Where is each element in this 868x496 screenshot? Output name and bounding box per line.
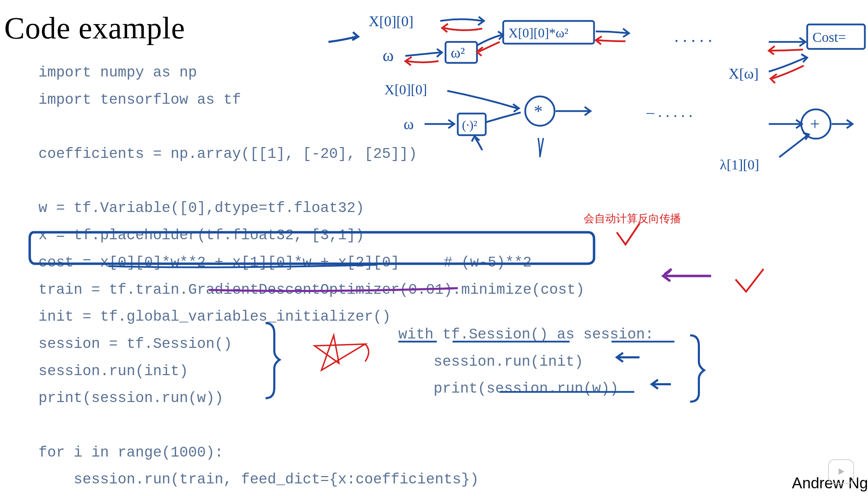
svg-text:Cost=: Cost= [812, 29, 846, 45]
play-button[interactable] [828, 459, 854, 484]
svg-text:– . . . . .: – . . . . . [646, 103, 693, 121]
code-line: print(session.run(w)) [398, 380, 619, 397]
svg-text:ω²: ω² [451, 45, 465, 61]
code-line: session.run(train, feed_dict={x:coeffici… [38, 471, 479, 488]
code-line: print(session.run(w)) [38, 390, 223, 407]
code-line: init = tf.global_variables_initializer() [38, 308, 391, 325]
svg-text:λ[1][0]: λ[1][0] [720, 157, 759, 173]
code-line: w = tf.Variable([0],dtype=tf.float32) [38, 200, 364, 217]
svg-text:X[ω]: X[ω] [729, 66, 759, 82]
code-line: x = tf.placeholder(tf.float32, [3,1]) [38, 227, 364, 244]
alt-code-listing: with tf.Session() as session: session.ru… [398, 321, 654, 403]
code-line: session.run(init) [398, 353, 583, 370]
slide-title: Code example [4, 10, 185, 46]
svg-rect-7 [807, 24, 865, 49]
play-icon [836, 467, 846, 476]
code-line: for i in range(1000): [38, 444, 223, 461]
code-line: with tf.Session() as session: [398, 326, 654, 343]
svg-point-17 [801, 109, 831, 139]
code-line: train = tf.train.GradientDescentOptimize… [38, 282, 585, 298]
svg-rect-4 [503, 21, 594, 44]
code-listing: import numpy as np import tensorflow as … [38, 59, 585, 496]
svg-text:+: + [810, 114, 820, 134]
svg-text:X[0][0]: X[0][0] [369, 13, 413, 29]
code-line: import numpy as np [38, 64, 197, 81]
code-line: session = tf.Session() [38, 336, 232, 352]
svg-text:X[0][0]*ω²: X[0][0]*ω² [508, 25, 568, 40]
code-line: coefficients = np.array([[1], [-20], [25… [38, 146, 417, 162]
annotation-backprop-note: 会自动计算反向传播 [584, 211, 681, 226]
code-line: import tensorflow as tf [38, 92, 241, 108]
code-line: cost = x[0][0]*w**2 + x[1][0]*w + x[2][0… [38, 254, 531, 271]
code-line: session.run(init) [38, 363, 188, 380]
svg-text:. . . . .: . . . . . [674, 27, 712, 45]
